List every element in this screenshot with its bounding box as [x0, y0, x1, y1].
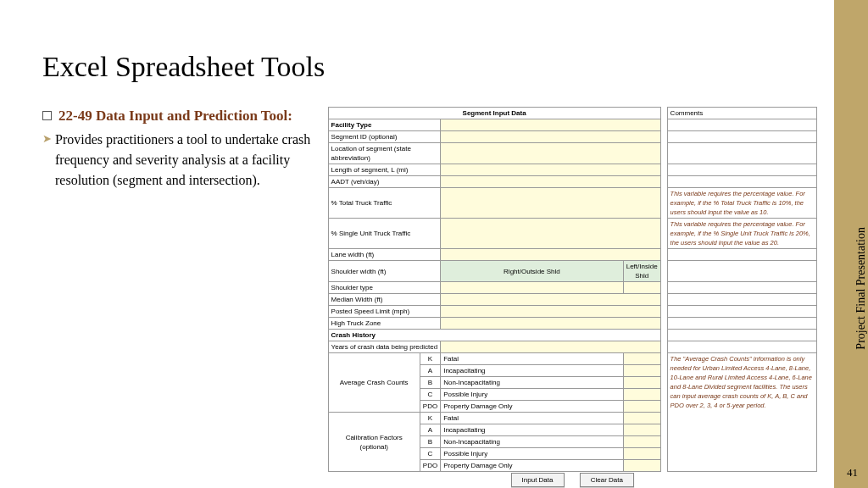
sheet-header: Segment Input Data: [328, 108, 660, 119]
cat-a: A: [420, 365, 440, 377]
row-shoulder-width: Shoulder width (ft): [328, 261, 441, 282]
cat-k: K: [420, 353, 440, 365]
cat-pdo: PDO: [420, 401, 440, 413]
row-crash-history: Crash History: [328, 330, 660, 341]
row-median-width: Median Width (ft): [328, 294, 441, 306]
row-years: Years of crash data being predicted: [328, 341, 441, 353]
row-location: Location of segment (state abbreviation): [328, 143, 441, 164]
cat-c: C: [420, 389, 440, 401]
cell-left-shld: Left/Inside Shld: [623, 261, 660, 282]
row-lane-width: Lane width (ft): [328, 249, 441, 261]
arrow-icon: ➤: [42, 132, 52, 191]
row-total-truck: % Total Truck Traffic: [328, 188, 441, 219]
left-column: 22-49 Data Input and Prediction Tool: ➤ …: [42, 107, 313, 488]
row-aadt: AADT (veh/day): [328, 176, 441, 188]
lbl-pdo: Property Damage Only: [441, 401, 624, 413]
bullet-heading: 22-49 Data Input and Prediction Tool:: [58, 107, 292, 126]
lbl-incap: Incapacitating: [441, 365, 624, 377]
bullet-square-icon: [42, 111, 52, 120]
row-avg-crash: Average Crash Counts: [328, 353, 420, 413]
row-high-truck: High Truck Zone: [328, 318, 441, 330]
lbl-poss: Possible Injury: [441, 389, 624, 401]
page-title: Excel Spreadsheet Tools: [42, 51, 817, 83]
row-posted-speed: Posted Speed Limit (mph): [328, 306, 441, 318]
sidebar: Project Final Presentation 41: [834, 0, 868, 488]
lbl-fatal: Fatal: [441, 353, 624, 365]
comment-truck1: This variable requires the percentage va…: [667, 188, 816, 219]
row-length: Length of segment, L (mi): [328, 164, 441, 176]
comment-avg: The "Average Crash Counts" information i…: [667, 353, 816, 472]
page-number: 41: [847, 466, 858, 480]
row-facility-type: Facility Type: [328, 119, 441, 131]
comments-header: Comments: [667, 108, 816, 119]
input-data-button[interactable]: Input Data: [511, 473, 565, 487]
excel-screenshot: Segment Input Data Comments Facility Typ…: [328, 107, 817, 488]
bullet-description: Provides practitioners a tool to underta…: [55, 130, 313, 191]
comment-truck2: This variable requires the percentage va…: [667, 219, 816, 249]
row-segment-id: Segment ID (optional): [328, 131, 441, 143]
sidebar-label: Project Final Presentation: [854, 227, 868, 350]
cat-b: B: [420, 377, 440, 389]
lbl-noninc: Non-Incapacitating: [441, 377, 624, 389]
row-shoulder-type: Shoulder type: [328, 282, 441, 294]
cell-right-shld: Right/Outside Shld: [441, 261, 624, 282]
row-single-unit: % Single Unit Truck Traffic: [328, 219, 441, 249]
row-calib: Calibration Factors (optional): [328, 413, 420, 472]
clear-data-button[interactable]: Clear Data: [580, 473, 634, 487]
